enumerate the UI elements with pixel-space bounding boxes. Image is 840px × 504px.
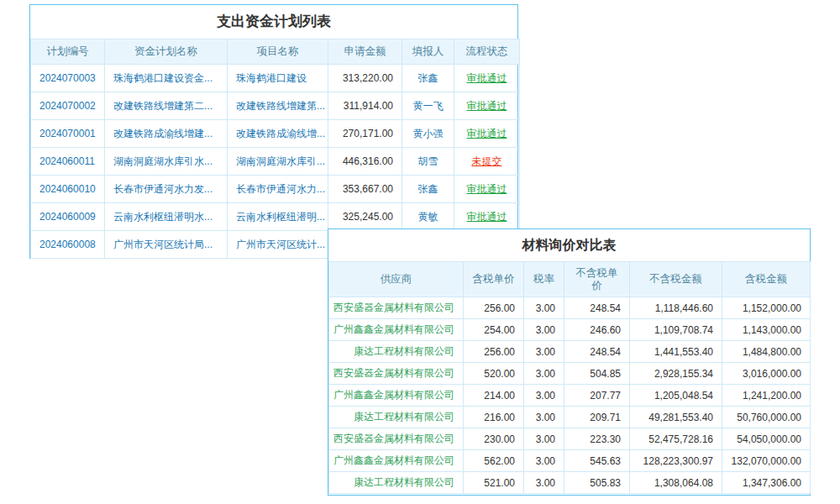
project-name-link[interactable]: 改建铁路成渝线增... (228, 120, 328, 148)
material-inquiry-header-row: 供应商 含税单价 税率 不含税单价 不含税金额 含税金额 (329, 262, 811, 297)
expense-plan-header-row: 计划编号 资金计划名称 项目名称 申请金额 填报人 流程状态 (31, 39, 520, 65)
reporter-name: 黄小强 (402, 120, 454, 148)
table-row: 西安盛器金属材料有限公司256.003.00248.541,118,446.60… (329, 297, 811, 319)
plan-id-link[interactable]: 2024070002 (31, 92, 105, 120)
amount-without-tax-value: 1,118,446.60 (630, 297, 722, 319)
process-status-link[interactable]: 审批通过 (454, 176, 520, 203)
amount-with-tax-value: 3,016,000.00 (722, 363, 811, 385)
amount-with-tax-value: 1,347,306.00 (722, 472, 811, 494)
tax-rate-value: 3.00 (524, 472, 564, 494)
plan-name-link[interactable]: 改建铁路线增建第二... (105, 92, 228, 120)
col-header-amount-without-tax: 不含税金额 (630, 262, 722, 297)
apply-amount-value: 446,316.00 (328, 148, 402, 176)
price-without-tax-value: 505.83 (564, 472, 630, 494)
plan-id-link[interactable]: 2024060008 (31, 231, 105, 259)
col-header-price-without-tax: 不含税单价 (564, 262, 630, 297)
tax-rate-value: 3.00 (524, 341, 564, 363)
amount-without-tax-value: 49,281,553.40 (630, 407, 722, 428)
plan-name-link[interactable]: 改建铁路成渝线增建... (105, 120, 228, 148)
price-with-tax-value: 562.00 (464, 450, 524, 472)
tax-rate-value: 3.00 (524, 319, 564, 341)
price-with-tax-value: 216.00 (464, 407, 524, 428)
price-without-tax-value: 246.60 (564, 319, 630, 341)
supplier-name: 广州鑫鑫金属材料有限公司 (329, 450, 464, 472)
col-header-project-name: 项目名称 (228, 39, 328, 65)
supplier-name: 西安盛器金属材料有限公司 (329, 428, 464, 450)
reporter-name: 胡雪 (402, 148, 454, 176)
expense-plan-panel-title: 支出资金计划列表 (30, 5, 517, 39)
process-status-link[interactable]: 未提交 (454, 148, 520, 176)
price-without-tax-value: 248.54 (564, 297, 630, 319)
col-header-reporter: 填报人 (402, 39, 454, 65)
material-inquiry-table: 供应商 含税单价 税率 不含税单价 不含税金额 含税金额 西安盛器金属材料有限公… (328, 261, 811, 494)
tax-rate-value: 3.00 (524, 407, 564, 428)
plan-id-link[interactable]: 2024060010 (31, 176, 105, 203)
price-without-tax-value: 223.30 (564, 428, 630, 450)
project-name-link[interactable]: 改建铁路线增建第... (228, 92, 328, 120)
plan-name-link[interactable]: 云南水利枢纽潜明水... (105, 203, 228, 231)
tax-rate-value: 3.00 (524, 363, 564, 385)
price-with-tax-value: 520.00 (464, 363, 524, 385)
plan-name-link[interactable]: 湖南洞庭湖水库引水... (105, 148, 228, 176)
apply-amount-value: 270,171.00 (328, 120, 402, 148)
expense-plan-panel: 支出资金计划列表 计划编号 资金计划名称 项目名称 申请金额 填报人 流程状态 … (29, 4, 518, 259)
amount-without-tax-value: 2,928,155.34 (630, 363, 722, 385)
amount-without-tax-value: 1,109,708.74 (630, 319, 722, 341)
plan-name-link[interactable]: 广州市天河区统计局... (105, 231, 228, 259)
col-header-amount-with-tax: 含税金额 (722, 262, 811, 297)
plan-id-link[interactable]: 2024070001 (31, 120, 105, 148)
table-row: 2024070001改建铁路成渝线增建...改建铁路成渝线增...270,171… (31, 120, 520, 148)
process-status-link[interactable]: 审批通过 (454, 92, 520, 120)
plan-id-link[interactable]: 2024060011 (31, 148, 105, 176)
amount-with-tax-value: 54,050,000.00 (722, 428, 811, 450)
table-row: 2024070003珠海鹤港口建设资金...珠海鹤港口建设313,220.00张… (31, 65, 520, 92)
plan-name-link[interactable]: 珠海鹤港口建设资金... (105, 65, 228, 92)
table-row: 2024070002改建铁路线增建第二...改建铁路线增建第...311,914… (31, 92, 520, 120)
price-with-tax-value: 256.00 (464, 341, 524, 363)
project-name-link[interactable]: 云南水利枢纽潜明... (228, 203, 328, 231)
amount-without-tax-value: 1,308,064.08 (630, 472, 722, 494)
material-inquiry-panel: 材料询价对比表 供应商 含税单价 税率 不含税单价 不含税金额 含税金额 西安盛… (328, 228, 811, 496)
price-with-tax-value: 214.00 (464, 385, 524, 407)
table-row: 康达工程材料有限公司256.003.00248.541,441,553.401,… (329, 341, 811, 363)
col-header-price-without-tax-label: 不含税单价 (574, 267, 621, 292)
amount-with-tax-value: 50,760,000.00 (722, 407, 811, 428)
table-row: 西安盛器金属材料有限公司520.003.00504.852,928,155.34… (329, 363, 811, 385)
process-status-link[interactable]: 审批通过 (454, 65, 520, 92)
amount-without-tax-value: 1,441,553.40 (630, 341, 722, 363)
apply-amount-value: 353,667.00 (328, 176, 402, 203)
amount-with-tax-value: 1,241,200.00 (722, 385, 811, 407)
amount-with-tax-value: 1,143,000.00 (722, 319, 811, 341)
supplier-name: 康达工程材料有限公司 (329, 341, 464, 363)
table-row: 广州鑫鑫金属材料有限公司562.003.00545.63128,223,300.… (329, 450, 811, 472)
amount-without-tax-value: 1,205,048.54 (630, 385, 722, 407)
plan-id-link[interactable]: 2024070003 (31, 65, 105, 92)
project-name-link[interactable]: 珠海鹤港口建设 (228, 65, 328, 92)
price-without-tax-value: 545.63 (564, 450, 630, 472)
price-without-tax-value: 248.54 (564, 341, 630, 363)
project-name-link[interactable]: 广州市天河区统计... (228, 231, 328, 259)
tax-rate-value: 3.00 (524, 385, 564, 407)
plan-id-link[interactable]: 2024060009 (31, 203, 105, 231)
price-with-tax-value: 254.00 (464, 319, 524, 341)
table-row: 广州鑫鑫金属材料有限公司214.003.00207.771,205,048.54… (329, 385, 811, 407)
tax-rate-value: 3.00 (524, 297, 564, 319)
process-status-link[interactable]: 审批通过 (454, 120, 520, 148)
table-row: 康达工程材料有限公司216.003.00209.7149,281,553.405… (329, 407, 811, 428)
apply-amount-value: 325,245.00 (328, 203, 402, 231)
reporter-name: 张鑫 (402, 176, 454, 203)
amount-with-tax-value: 1,484,800.00 (722, 341, 811, 363)
reporter-name: 黄敏 (402, 203, 454, 231)
price-without-tax-value: 207.77 (564, 385, 630, 407)
tax-rate-value: 3.00 (524, 428, 564, 450)
process-status-link[interactable]: 审批通过 (454, 203, 520, 231)
table-row: 广州鑫鑫金属材料有限公司254.003.00246.601,109,708.74… (329, 319, 811, 341)
amount-without-tax-value: 128,223,300.97 (630, 450, 722, 472)
project-name-link[interactable]: 湖南洞庭湖水库引... (228, 148, 328, 176)
project-name-link[interactable]: 长春市伊通河水力... (228, 176, 328, 203)
plan-name-link[interactable]: 长春市伊通河水力发... (105, 176, 228, 203)
supplier-name: 西安盛器金属材料有限公司 (329, 297, 464, 319)
supplier-name: 广州鑫鑫金属材料有限公司 (329, 319, 464, 341)
supplier-name: 广州鑫鑫金属材料有限公司 (329, 385, 464, 407)
reporter-name: 黄一飞 (402, 92, 454, 120)
